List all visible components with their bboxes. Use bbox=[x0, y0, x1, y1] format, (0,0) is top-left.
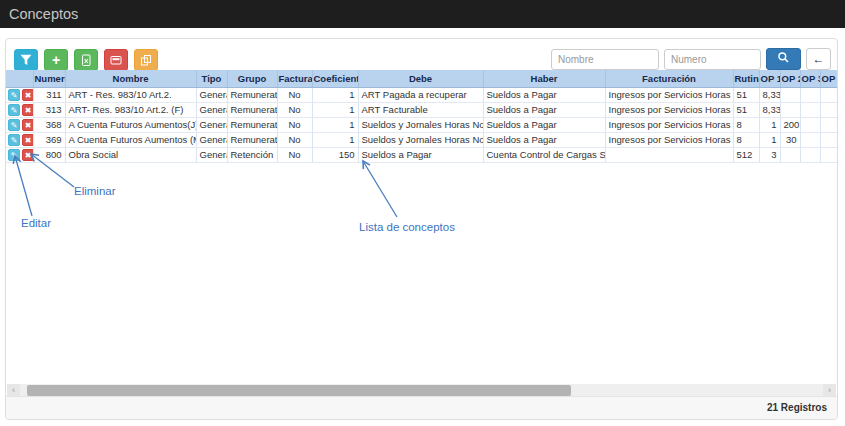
cell-tipo: General bbox=[196, 87, 227, 102]
cell-debe: Sueldos y Jornales Horas Normales bbox=[358, 132, 483, 147]
pdf-card-icon bbox=[110, 54, 122, 66]
conceptos-table: Numero Nombre Tipo Grupo Facturable Coef… bbox=[6, 70, 837, 163]
chevron-left-icon: ‹ bbox=[12, 385, 15, 395]
cell-op3 bbox=[800, 87, 820, 102]
cell-op2: 200 bbox=[780, 117, 800, 132]
delete-button[interactable]: ✖ bbox=[22, 89, 33, 101]
filter-button[interactable] bbox=[14, 49, 38, 71]
cell-rutina: 51 bbox=[733, 87, 759, 102]
delete-button[interactable]: ✖ bbox=[22, 149, 33, 161]
search-icon bbox=[777, 50, 790, 68]
pencil-icon: ✎ bbox=[11, 136, 18, 145]
cell-op1: 8,33 bbox=[759, 87, 780, 102]
cell-op3 bbox=[800, 102, 820, 117]
col-haber: Haber bbox=[483, 70, 605, 87]
cell-coeficiente: 1 bbox=[312, 132, 358, 147]
cell-nombre: ART - Res. 983/10 Art.2. bbox=[65, 87, 196, 102]
col-op2: OP 2 bbox=[780, 70, 800, 87]
cell-op4 bbox=[820, 147, 837, 162]
export-pdf-button[interactable] bbox=[104, 49, 128, 71]
cell-coeficiente: 1 bbox=[312, 117, 358, 132]
cell-numero: 800 bbox=[33, 147, 65, 162]
pencil-icon: ✎ bbox=[11, 121, 18, 130]
cell-facturable: No bbox=[277, 117, 312, 132]
scrollbar-thumb[interactable] bbox=[27, 385, 571, 396]
cell-facturable: No bbox=[277, 147, 312, 162]
col-op1: OP 1 bbox=[759, 70, 780, 87]
cell-numero: 313 bbox=[33, 102, 65, 117]
copy-button[interactable] bbox=[134, 49, 158, 71]
add-button[interactable]: + bbox=[44, 49, 68, 71]
col-facturacion: Facturación bbox=[605, 70, 733, 87]
row-actions: ✎✖ bbox=[6, 132, 33, 147]
edit-button[interactable]: ✎ bbox=[8, 149, 20, 161]
col-op4: OP 4 bbox=[820, 70, 837, 87]
col-tipo: Tipo bbox=[196, 70, 227, 87]
pencil-icon: ✎ bbox=[11, 151, 18, 160]
cell-debe: Sueldos y Jornales Horas Normales bbox=[358, 117, 483, 132]
cell-tipo: General bbox=[196, 102, 227, 117]
cell-grupo: Remunerativos bbox=[227, 117, 277, 132]
delete-x-icon: ✖ bbox=[25, 151, 32, 160]
cell-nombre: Obra Social bbox=[65, 147, 196, 162]
cell-tipo: General bbox=[196, 147, 227, 162]
cell-rutina: 8 bbox=[733, 132, 759, 147]
cell-facturable: No bbox=[277, 87, 312, 102]
cell-op2 bbox=[780, 87, 800, 102]
delete-button[interactable]: ✖ bbox=[22, 134, 33, 146]
cell-facturacion: Ingresos por Servicios Horas Normales bbox=[605, 87, 733, 102]
export-excel-button[interactable] bbox=[74, 49, 98, 71]
cell-op4 bbox=[820, 102, 837, 117]
cell-op1: 1 bbox=[759, 132, 780, 147]
cell-haber: Sueldos a Pagar bbox=[483, 87, 605, 102]
cell-op3 bbox=[800, 132, 820, 147]
cell-debe: ART Pagada a recuperar bbox=[358, 87, 483, 102]
funnel-icon bbox=[20, 54, 32, 66]
conceptos-table-wrap: Numero Nombre Tipo Grupo Facturable Coef… bbox=[6, 70, 837, 163]
excel-file-icon bbox=[80, 54, 92, 66]
conceptos-panel: + bbox=[5, 38, 838, 420]
table-row: ✎✖ 311 ART - Res. 983/10 Art.2. General … bbox=[6, 87, 837, 102]
edit-button[interactable]: ✎ bbox=[8, 89, 20, 101]
cell-grupo: Remunerativos bbox=[227, 102, 277, 117]
row-actions: ✎✖ bbox=[6, 102, 33, 117]
edit-button[interactable]: ✎ bbox=[8, 134, 20, 146]
delete-x-icon: ✖ bbox=[25, 121, 32, 130]
cell-haber: Sueldos a Pagar bbox=[483, 132, 605, 147]
numero-search-input[interactable] bbox=[664, 49, 761, 70]
search-button[interactable] bbox=[766, 48, 801, 70]
cell-op4 bbox=[820, 87, 837, 102]
toolbar: + bbox=[14, 49, 158, 71]
cell-op1: 3 bbox=[759, 147, 780, 162]
row-actions: ✎✖ bbox=[6, 87, 33, 102]
edit-button[interactable]: ✎ bbox=[8, 119, 20, 131]
delete-button[interactable]: ✖ bbox=[22, 104, 33, 116]
cell-op4 bbox=[820, 132, 837, 147]
cell-op1: 1 bbox=[759, 117, 780, 132]
chevron-right-icon: › bbox=[828, 385, 831, 395]
cell-coeficiente: 1 bbox=[312, 102, 358, 117]
pencil-icon: ✎ bbox=[11, 91, 18, 100]
cell-haber: Sueldos a Pagar bbox=[483, 102, 605, 117]
delete-button[interactable]: ✖ bbox=[22, 119, 33, 131]
cell-numero: 369 bbox=[33, 132, 65, 147]
nombre-search-input[interactable] bbox=[551, 49, 659, 70]
cell-facturacion: Ingresos por Servicios Horas Normales bbox=[605, 117, 733, 132]
table-row: ✎✖ 800 Obra Social General Retención No … bbox=[6, 147, 837, 162]
cell-grupo: Retención bbox=[227, 147, 277, 162]
col-nombre: Nombre bbox=[65, 70, 196, 87]
col-coeficiente: Coeficiente bbox=[312, 70, 358, 87]
cell-op1: 8,33 bbox=[759, 102, 780, 117]
cell-facturacion bbox=[605, 147, 733, 162]
back-button[interactable]: ← bbox=[806, 48, 831, 70]
cell-op2 bbox=[780, 102, 800, 117]
cell-facturable: No bbox=[277, 132, 312, 147]
cell-op2 bbox=[780, 147, 800, 162]
cell-haber: Cuenta Control de Cargas Sociales bbox=[483, 147, 605, 162]
edit-button[interactable]: ✎ bbox=[8, 104, 20, 116]
delete-x-icon: ✖ bbox=[25, 136, 32, 145]
col-numero: Numero bbox=[33, 70, 65, 87]
search-bar: ← bbox=[551, 48, 831, 70]
cell-rutina: 51 bbox=[733, 102, 759, 117]
table-row: ✎✖ 368 A Cuenta Futuros Aumentos(J) Gene… bbox=[6, 117, 837, 132]
